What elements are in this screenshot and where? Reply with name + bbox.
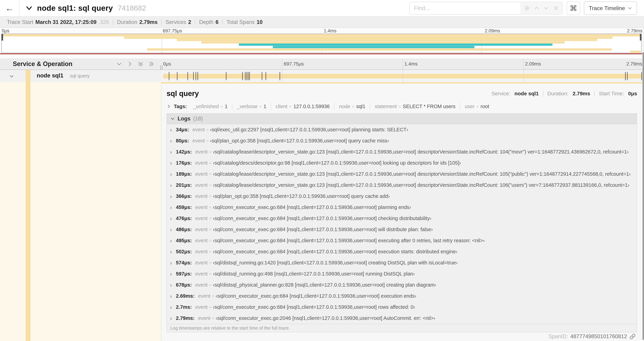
- log-entry[interactable]: ›476μs:event=‹sql/conn_executor_exec.go:…: [167, 213, 637, 224]
- equals-sign: =: [259, 104, 262, 109]
- log-expand-icon[interactable]: ›: [170, 193, 176, 200]
- trace-view-selector[interactable]: Trace Timeline: [584, 2, 637, 15]
- page-title: node sql1: sql query: [37, 4, 113, 13]
- collapse-trace-icon[interactable]: [25, 4, 33, 12]
- log-expand-icon[interactable]: ›: [170, 204, 176, 211]
- log-expand-icon[interactable]: ›: [170, 281, 176, 288]
- tag-pill: client=127.0.0.1:59936: [271, 103, 334, 110]
- equals-sign: =: [476, 104, 479, 109]
- back-button[interactable]: ←: [0, 0, 20, 16]
- tag-pill: _unfinished=1: [188, 103, 232, 110]
- log-entry[interactable]: ›142μs:event=‹sql/catalog/lease/descript…: [167, 146, 637, 157]
- tags-label: Tags:: [174, 104, 187, 109]
- log-field-key: event: [195, 260, 208, 266]
- find-next-icon[interactable]: [543, 5, 549, 11]
- log-expand-icon[interactable]: ›: [170, 259, 176, 266]
- log-entry[interactable]: ›201μs:event=‹sql/catalog/lease/descript…: [167, 180, 637, 191]
- log-entry[interactable]: ›2.79ms:event=‹sql/conn_executor_exec.go…: [167, 312, 637, 324]
- log-expand-icon[interactable]: ›: [170, 126, 176, 133]
- log-entry[interactable]: ›189μs:event=‹sql/catalog/lease/descript…: [167, 168, 637, 180]
- log-expand-icon[interactable]: ›: [170, 293, 176, 299]
- logs-header[interactable]: Logs (18): [167, 114, 637, 124]
- log-entry[interactable]: ›486μs:event=‹sql/conn_executor_exec.go:…: [167, 224, 637, 235]
- find-clear-icon[interactable]: [553, 5, 559, 11]
- log-entry[interactable]: ›80μs:event=‹sql/plan_opt.go:358 [nsql1,…: [167, 135, 637, 146]
- log-expand-icon[interactable]: ›: [170, 160, 176, 166]
- find-prev-icon[interactable]: [534, 5, 540, 11]
- tags-section[interactable]: Tags: _unfinished=1_verbose=1client=127.…: [166, 102, 637, 111]
- log-entry[interactable]: ›495μs:event=‹sql/conn_executor_exec.go:…: [167, 235, 637, 246]
- log-expand-icon[interactable]: ›: [170, 315, 176, 321]
- log-expand-icon[interactable]: ›: [170, 226, 176, 233]
- log-timestamp: 597μs:: [176, 271, 192, 277]
- log-expand-icon[interactable]: ›: [170, 215, 176, 222]
- tag-key: node: [339, 104, 350, 109]
- collapse-one-icon[interactable]: [116, 61, 122, 67]
- log-field-key: event: [198, 315, 210, 321]
- trace-info-item: Trace StartMarch 31 2022, 17:25:09.326: [3, 19, 113, 25]
- minimap-canvas[interactable]: [2, 34, 642, 53]
- row-collapse-icon[interactable]: [9, 74, 14, 79]
- find-input[interactable]: [410, 2, 520, 15]
- log-entry[interactable]: ›2.69ms:event=‹sql/conn_executor_exec.go…: [167, 290, 637, 301]
- log-entry[interactable]: ›2.7ms:event=‹sql/conn_executor_exec.go:…: [167, 301, 637, 312]
- gridline: [282, 58, 282, 70]
- log-field-value: ‹sql/conn_executor_exec.go:684 [nsql1,cl…: [213, 227, 432, 232]
- deep-link-icon[interactable]: [630, 333, 636, 339]
- tags-expand-icon[interactable]: [166, 104, 171, 109]
- tag-value: 1: [225, 104, 228, 109]
- span-row[interactable]: node sql1 sql query: [0, 70, 644, 82]
- vertical-scrollbar[interactable]: [642, 28, 644, 341]
- equals-sign: =: [209, 216, 212, 221]
- logs-footnote: Log timestamps are relative to the start…: [167, 324, 637, 332]
- duration-value: 2.79ms: [572, 91, 590, 97]
- timeline-ruler: 0μs697.75μs1.4ms2.09ms2.79ms: [161, 58, 644, 70]
- logs-collapse-icon[interactable]: [170, 116, 175, 121]
- log-timestamp: 189μs:: [176, 171, 192, 177]
- equals-sign: =: [206, 138, 209, 143]
- log-expand-icon[interactable]: ›: [170, 237, 176, 244]
- scrollbar-thumb[interactable]: [642, 52, 644, 340]
- expand-all-icon[interactable]: [148, 61, 154, 67]
- find-group: [410, 2, 563, 15]
- log-tick-mark: [246, 72, 247, 80]
- keyboard-shortcuts-button[interactable]: ⌘: [566, 2, 580, 15]
- log-entry[interactable]: ›502μs:event=‹sql/conn_executor_exec.go:…: [167, 246, 637, 257]
- log-entry[interactable]: ›597μs:event=‹sql/distsql_running.go:498…: [167, 268, 637, 279]
- collapse-all-icon[interactable]: [138, 61, 144, 67]
- expand-one-icon[interactable]: [127, 61, 133, 67]
- log-entry[interactable]: ›678μs:event=‹sql/distsql_physical_plann…: [167, 279, 637, 290]
- log-field-key: event: [195, 193, 208, 199]
- minimap-right-handle[interactable]: [640, 34, 642, 41]
- log-expand-icon[interactable]: ›: [170, 270, 176, 277]
- log-expand-icon[interactable]: ›: [170, 137, 176, 144]
- log-timestamp: 366μs:: [176, 193, 192, 199]
- log-expand-icon[interactable]: ›: [170, 304, 176, 310]
- log-expand-icon[interactable]: ›: [170, 149, 176, 155]
- minimap-left-handle[interactable]: [2, 34, 3, 41]
- span-color-stripe: [26, 70, 30, 82]
- gridline: [282, 70, 282, 82]
- log-expand-icon[interactable]: ›: [170, 248, 176, 255]
- log-timestamp: 2.79ms:: [176, 315, 194, 321]
- log-expand-icon[interactable]: ›: [170, 182, 176, 189]
- gridline: [403, 70, 403, 82]
- logs-count: (18): [193, 116, 203, 122]
- log-field-value: ‹sql/plan_opt.go:358 [nsql1,client=127.0…: [210, 138, 389, 144]
- log-expand-icon[interactable]: ›: [170, 171, 176, 177]
- locate-icon[interactable]: [524, 5, 530, 11]
- log-tick-mark: [280, 72, 280, 80]
- log-field-key: event: [195, 238, 208, 243]
- log-entry[interactable]: ›34μs:event=‹sql/exec_util.go:2297 [nsql…: [167, 124, 637, 135]
- trace-info-item: Depth6: [195, 19, 222, 25]
- log-field-key: event: [192, 127, 205, 133]
- span-row-timeline[interactable]: [161, 70, 644, 82]
- log-entry[interactable]: ›176μs:event=‹sql/catalog/descs/descript…: [167, 157, 637, 168]
- log-entry[interactable]: ›366μs:event=‹sql/plan_opt.go:358 [nsql1…: [167, 191, 637, 202]
- log-field-key: event: [195, 304, 208, 310]
- log-entry[interactable]: ›574μs:event=‹sql/distsql_running.go:142…: [167, 257, 637, 268]
- log-field-value: ‹sql/conn_executor_exec.go:684 [nsql1,cl…: [213, 238, 484, 243]
- log-tick-mark: [262, 72, 262, 80]
- log-entry[interactable]: ›459μs:event=‹sql/conn_executor_exec.go:…: [167, 202, 637, 213]
- trace-info-value: 2.79ms: [139, 19, 158, 25]
